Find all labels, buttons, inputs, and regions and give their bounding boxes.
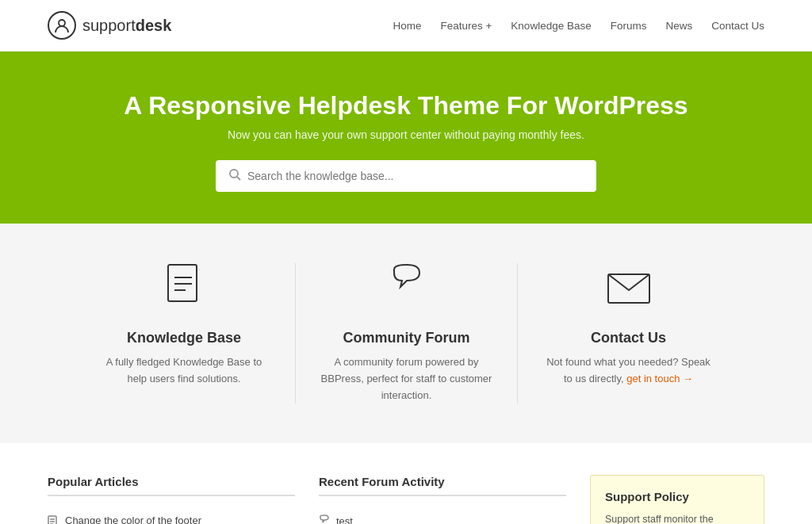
support-policy-title: Support Policy (605, 490, 749, 503)
support-policy-body: Support staff monitor the community foru… (605, 511, 749, 524)
main-content: Popular Articles Change the color of the… (0, 443, 812, 524)
nav-contact[interactable]: Contact Us (711, 20, 764, 32)
svg-rect-8 (48, 516, 56, 524)
support-policy-col: Support Policy Support staff monitor the… (590, 475, 764, 524)
search-input[interactable] (247, 170, 584, 182)
chat-icon (320, 263, 493, 317)
svg-point-0 (59, 20, 65, 26)
feature-forum-desc: A community forum powered by BBPress, pe… (320, 354, 493, 404)
feature-forum-title: Community Forum (320, 330, 493, 346)
feature-knowledge-base: Knowledge Base A fully fledged Knowledge… (73, 263, 295, 404)
nav-forums[interactable]: Forums (611, 20, 647, 32)
feature-kb-title: Knowledge Base (97, 330, 271, 346)
document-icon (97, 263, 271, 317)
feature-contact-desc: Not found what you needed? Speak to us d… (542, 354, 715, 388)
nav-news[interactable]: News (665, 20, 692, 32)
logo[interactable]: supportdesk (48, 11, 171, 40)
hero-headline: A Responsive Helpdesk Theme For WordPres… (16, 91, 796, 120)
popular-articles-list: Change the color of the footer Modify th… (48, 509, 295, 524)
feature-contact-us: Contact Us Not found what you needed? Sp… (517, 263, 739, 404)
recent-forum-list: test My experience with the program New … (319, 509, 566, 524)
support-policy-box: Support Policy Support staff monitor the… (590, 475, 764, 524)
list-item: test (319, 509, 566, 524)
main-nav: Home Features + Knowledge Base Forums Ne… (393, 20, 764, 32)
features-section: Knowledge Base A fully fledged Knowledge… (0, 224, 812, 443)
forum-chat-icon (319, 514, 330, 524)
popular-articles-title: Popular Articles (48, 475, 295, 496)
hero-subheadline: Now you can have your own support center… (16, 128, 796, 141)
nav-features[interactable]: Features + (440, 20, 492, 32)
search-box (216, 160, 596, 192)
feature-contact-title: Contact Us (542, 330, 715, 346)
mail-icon (542, 263, 715, 317)
logo-text: supportdesk (82, 17, 171, 35)
nav-home[interactable]: Home (393, 20, 421, 32)
nav-knowledge-base[interactable]: Knowledge Base (511, 20, 591, 32)
recent-forum-col: Recent Forum Activity test My experience… (319, 475, 566, 524)
get-in-touch-link[interactable]: get in touch → (626, 373, 693, 384)
feature-kb-desc: A fully fledged Knowledge Base to help u… (97, 354, 271, 388)
list-item: Change the color of the footer (48, 509, 295, 524)
search-icon (228, 168, 241, 184)
site-header: supportdesk Home Features + Knowledge Ba… (0, 0, 812, 52)
article-icon (48, 515, 59, 524)
svg-line-2 (237, 177, 240, 180)
feature-community-forum: Community Forum A community forum powere… (295, 263, 517, 404)
recent-forum-title: Recent Forum Activity (319, 475, 566, 496)
hero-section: A Responsive Helpdesk Theme For WordPres… (0, 52, 812, 224)
logo-icon (48, 11, 76, 40)
popular-articles-col: Popular Articles Change the color of the… (48, 475, 295, 524)
svg-point-1 (230, 170, 238, 178)
